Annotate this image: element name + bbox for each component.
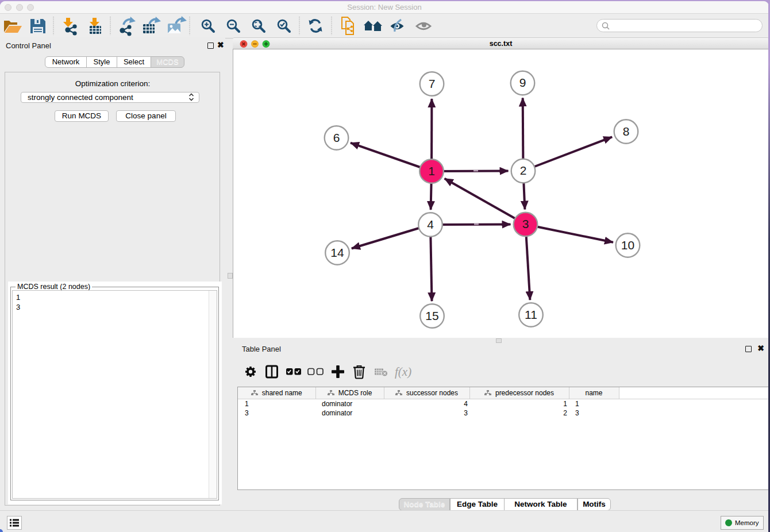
svg-text:7: 7 [429, 77, 436, 90]
svg-text:15: 15 [425, 309, 438, 322]
svg-text:3: 3 [522, 217, 529, 230]
svg-text:11: 11 [525, 308, 537, 321]
svg-text:8: 8 [623, 125, 630, 138]
svg-text:1: 1 [428, 164, 435, 178]
svg-text:2: 2 [520, 164, 527, 177]
svg-text:9: 9 [519, 76, 526, 89]
svg-text:6: 6 [333, 131, 340, 144]
svg-text:4: 4 [427, 218, 434, 231]
svg-text:14: 14 [330, 246, 344, 259]
svg-text:10: 10 [621, 238, 634, 252]
svg-text:f(x): f(x) [395, 365, 411, 379]
